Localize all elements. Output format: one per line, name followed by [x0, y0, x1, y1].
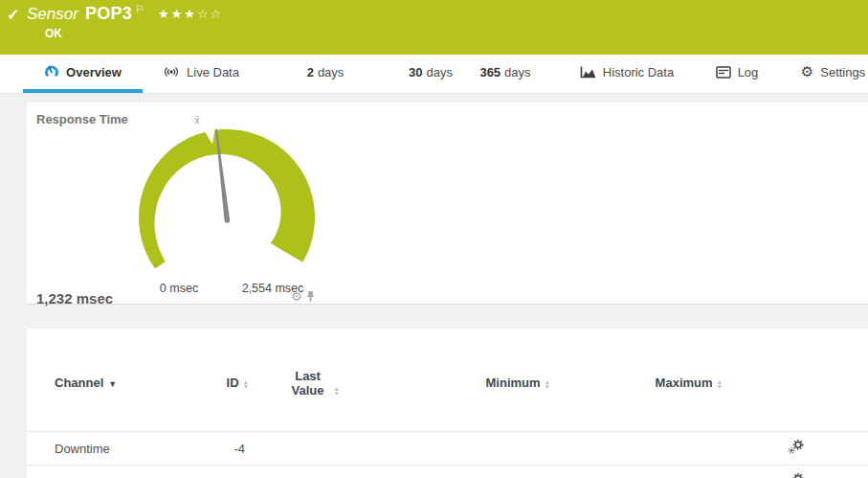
tab-overview[interactable]: Overview [23, 55, 143, 93]
gauge-min-label: 0 msec [141, 282, 217, 295]
channel-maximum: 2,554 msec [550, 466, 723, 478]
tab-label: days [318, 65, 344, 80]
tab-label: days [427, 65, 453, 80]
tab-label: Log [738, 65, 759, 80]
response-time-gauge [83, 105, 370, 302]
column-header-channel[interactable]: Channel▼ [27, 329, 213, 432]
channel-minimum [340, 432, 550, 466]
sort-icon: ▲▼ [243, 379, 249, 389]
column-header-last-value[interactable]: Last Value▲▼ [249, 329, 340, 432]
sort-icon: ▲▼ [545, 379, 550, 389]
tab-bar: Overview Live Data 2 days 30 days 365 da… [0, 55, 868, 94]
tab-365-days[interactable]: 365 days [462, 55, 548, 89]
column-header-minimum[interactable]: Minimum▲▼ [340, 329, 550, 432]
historic-data-icon [580, 65, 596, 79]
column-label: Maximum [656, 376, 713, 390]
channel-last-value: 1,232 ms… [249, 466, 340, 478]
tab-number: 30 [409, 65, 422, 80]
channel-id: 0 [213, 466, 249, 478]
tab-number: 365 [479, 65, 501, 80]
column-header-maximum[interactable]: Maximum▲▼ [550, 329, 723, 432]
tab-label: Settings [820, 65, 865, 80]
tab-30-days[interactable]: 30 days [392, 55, 469, 89]
tab-label: Live Data [187, 65, 239, 80]
check-icon: ✓ [7, 6, 19, 24]
tab-label: Historic Data [603, 65, 674, 80]
log-icon [716, 66, 731, 79]
settings-gear-icon: ⚙ [801, 63, 813, 80]
column-label: Minimum [486, 376, 541, 390]
channel-last-value [249, 432, 340, 466]
caret-down-icon: ▼ [108, 379, 117, 389]
live-data-icon [163, 65, 180, 79]
tab-label: days [504, 65, 530, 80]
channel-id: -4 [213, 432, 249, 466]
tab-live-data[interactable]: Live Data [153, 55, 249, 89]
tab-number: 2 [307, 65, 314, 80]
column-label: Channel [55, 376, 103, 390]
gauge-value-label: 1,232 msec [36, 290, 113, 307]
pin-icon[interactable] [305, 290, 316, 303]
channel-settings-icon[interactable] [788, 473, 804, 478]
tab-log[interactable]: Log [703, 55, 770, 89]
column-header-id[interactable]: ID▲▼ [213, 329, 249, 432]
channel-minimum: 443 msec [340, 466, 550, 478]
table-row-downtime: Downtime -4 [27, 432, 868, 466]
sort-icon: ▲▼ [717, 379, 723, 389]
star-rating[interactable]: ★★★☆☆ [158, 7, 223, 21]
response-time-gauge-panel: Response Time x̄ 0 msec 2,554 msec 1,232… [27, 102, 868, 305]
sort-icon: ▲▼ [334, 386, 340, 396]
column-label: Last Value [286, 369, 330, 398]
channel-table-panel: Channel▼ ID▲▼ Last Value▲▼ Minimum▲▼ Max… [27, 329, 868, 478]
mean-symbol: x̄ [188, 115, 207, 125]
sensor-name: POP3 [85, 4, 132, 24]
tab-settings[interactable]: ⚙ Settings [792, 55, 868, 89]
flag-icon[interactable]: ⚐ [135, 3, 145, 15]
status-header: ✓ Sensor POP3 ⚐ ★★★☆☆ OK [0, 0, 868, 55]
status-badge: OK [45, 27, 62, 40]
gauge-icon [44, 64, 59, 80]
tab-2-days[interactable]: 2 days [292, 55, 359, 89]
column-label: ID [227, 376, 239, 390]
channel-name[interactable]: Downtime [27, 432, 213, 466]
tab-historic-data[interactable]: Historic Data [560, 55, 694, 89]
channel-name[interactable]: Response Time [27, 466, 213, 478]
table-row-response-time: Response Time 0 1,232 ms… 443 msec 2,554… [27, 466, 868, 478]
channel-settings-icon[interactable] [788, 440, 804, 454]
gear-icon[interactable]: ⚙ [291, 290, 302, 303]
tab-label: Overview [66, 65, 122, 80]
channel-table: Channel▼ ID▲▼ Last Value▲▼ Minimum▲▼ Max… [27, 329, 868, 478]
sensor-kind-label: Sensor [27, 5, 78, 24]
channel-maximum [550, 432, 723, 466]
